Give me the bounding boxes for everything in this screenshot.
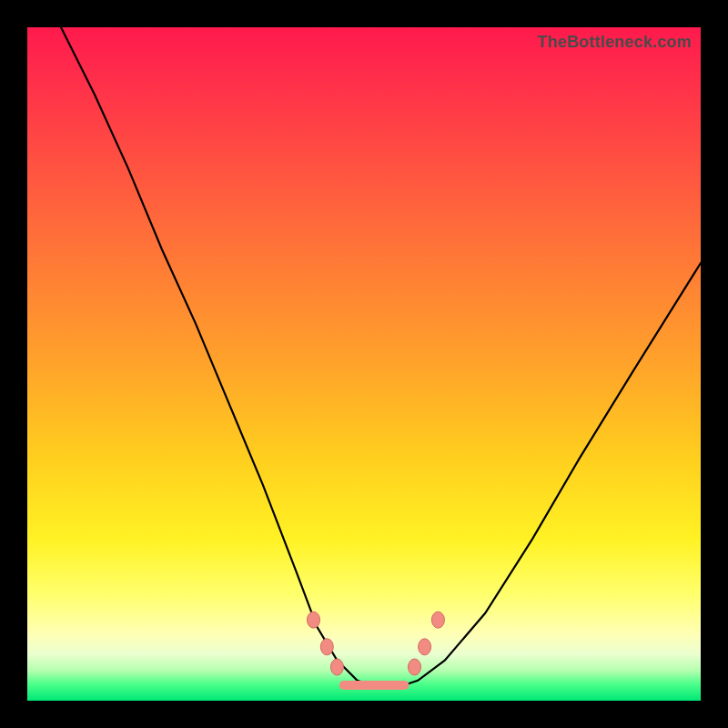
valley-marker: [330, 659, 343, 675]
curve-layer: [27, 27, 701, 701]
valley-marker: [419, 639, 431, 655]
valley-marker: [320, 639, 333, 655]
bottleneck-curve: [61, 27, 701, 687]
valley-markers: [308, 612, 445, 675]
valley-marker: [431, 612, 444, 628]
valley-marker: [409, 659, 421, 675]
plot-area: TheBottleneck.com: [27, 27, 701, 701]
valley-marker: [308, 612, 320, 628]
chart-frame: TheBottleneck.com: [0, 0, 728, 728]
